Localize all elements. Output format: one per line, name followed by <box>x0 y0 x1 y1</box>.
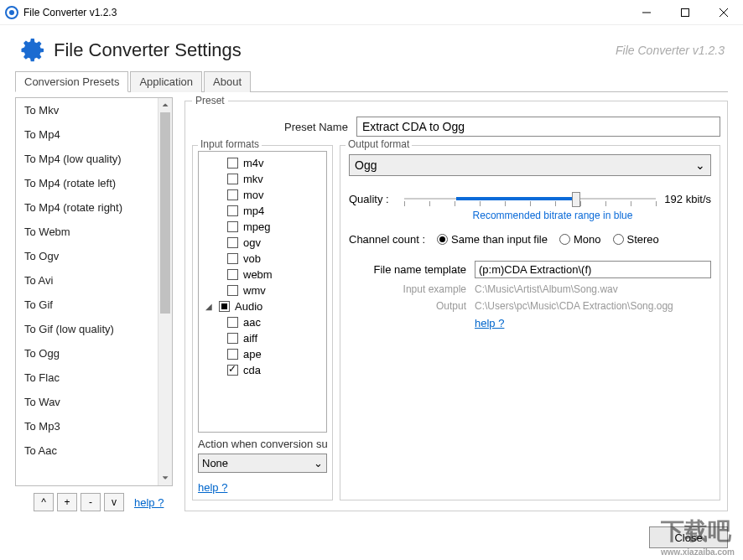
checkbox-icon[interactable] <box>227 333 238 344</box>
checkbox-icon[interactable] <box>227 158 238 169</box>
move-down-button[interactable]: v <box>104 493 124 511</box>
output-example-label: Output <box>349 300 466 312</box>
chevron-down-icon: ⌄ <box>695 158 705 172</box>
format-row[interactable]: webm <box>199 267 326 283</box>
format-row[interactable]: wmv <box>199 283 326 298</box>
slider-thumb[interactable] <box>572 192 580 207</box>
action-select[interactable]: None ⌄ <box>198 454 327 473</box>
preset-item[interactable]: To Mp3 <box>16 414 172 438</box>
svg-rect-3 <box>682 8 689 16</box>
window-title: File Converter v1.2.3 <box>23 7 627 18</box>
tab-about[interactable]: About <box>204 71 251 92</box>
format-row[interactable]: mpeg <box>199 219 326 235</box>
output-format-select[interactable]: Ogg ⌄ <box>349 154 711 176</box>
format-label: ape <box>243 348 262 360</box>
format-row[interactable]: cda <box>199 362 326 378</box>
checkbox-icon[interactable] <box>227 269 238 280</box>
chevron-down-icon: ⌄ <box>314 457 323 469</box>
output-help-link[interactable]: help ? <box>475 317 504 329</box>
preset-name-input[interactable] <box>356 117 720 137</box>
format-label: mkv <box>243 173 263 185</box>
output-format-value: Ogg <box>355 158 377 172</box>
formats-help-link[interactable]: help ? <box>198 481 227 494</box>
checkbox-mixed-icon[interactable] <box>219 301 230 312</box>
preset-help-link[interactable]: help ? <box>134 496 164 509</box>
page-title: File Converter Settings <box>54 39 616 61</box>
checkbox-icon[interactable] <box>227 174 238 184</box>
collapse-icon[interactable]: ◢ <box>205 302 214 311</box>
preset-item[interactable]: To Mkv <box>16 98 172 122</box>
radio-same-as-input[interactable]: Same than input file <box>437 233 548 246</box>
format-label: mpeg <box>243 220 271 233</box>
format-label: mp4 <box>243 205 264 217</box>
checkbox-icon[interactable] <box>227 285 238 296</box>
preset-item[interactable]: To Ogv <box>16 244 172 268</box>
channel-count-label: Channel count : <box>349 233 425 246</box>
format-row[interactable]: m4v <box>199 155 326 171</box>
output-group-label: Output format <box>346 138 412 150</box>
checkbox-icon[interactable] <box>227 253 238 264</box>
checkbox-icon[interactable] <box>227 317 238 328</box>
format-label: aac <box>243 316 261 329</box>
radio-mono[interactable]: Mono <box>559 233 601 246</box>
version-label: File Converter v1.2.3 <box>616 44 725 57</box>
format-category[interactable]: ◢Audio <box>199 298 326 314</box>
checkbox-icon[interactable] <box>227 365 238 376</box>
input-formats-label: Input formats <box>198 138 262 150</box>
format-row[interactable]: ape <box>199 346 326 362</box>
action-select-value: None <box>202 457 228 469</box>
preset-item[interactable]: To Mp4 (rotate left) <box>16 171 172 195</box>
move-up-button[interactable]: ^ <box>34 493 54 511</box>
preset-item[interactable]: To Wav <box>16 390 172 414</box>
input-example-value: C:\Music\Artist\Album\Song.wav <box>475 283 711 295</box>
preset-item[interactable]: To Avi <box>16 268 172 293</box>
minimize-button[interactable] <box>627 0 666 25</box>
preset-name-label: Preset Name <box>284 121 348 133</box>
preset-item[interactable]: To Webm <box>16 220 172 244</box>
quality-label: Quality : <box>349 193 396 205</box>
format-row[interactable]: mp4 <box>199 203 326 219</box>
format-row[interactable]: mkv <box>199 171 326 187</box>
scroll-up-icon[interactable]: ⏶ <box>158 98 172 112</box>
format-row[interactable]: mov <box>199 187 326 203</box>
preset-item[interactable]: To Mp4 <box>16 122 172 147</box>
format-label: wmv <box>243 284 266 297</box>
checkbox-icon[interactable] <box>227 205 238 216</box>
format-category-label: Audio <box>235 300 262 313</box>
checkbox-icon[interactable] <box>227 189 238 200</box>
format-label: mov <box>243 189 264 201</box>
radio-stereo[interactable]: Stereo <box>613 233 659 246</box>
tab-application[interactable]: Application <box>130 71 202 92</box>
filename-template-input[interactable] <box>475 261 711 278</box>
preset-item[interactable]: To Gif <box>16 293 172 317</box>
quality-slider[interactable] <box>404 189 656 208</box>
preset-item[interactable]: To Aac <box>16 438 172 463</box>
format-row[interactable]: aac <box>199 314 326 330</box>
format-row[interactable]: vob <box>199 251 326 267</box>
scroll-thumb[interactable] <box>160 112 170 314</box>
quality-value: 192 kbit/s <box>664 193 711 205</box>
preset-item[interactable]: To Gif (low quality) <box>16 317 172 341</box>
preset-scrollbar[interactable]: ⏶ ⏷ <box>158 98 172 485</box>
tab-conversion-presets[interactable]: Conversion Presets <box>15 71 128 92</box>
preset-item[interactable]: To Ogg <box>16 341 172 366</box>
checkbox-icon[interactable] <box>227 237 238 248</box>
format-list[interactable]: m4vmkvmovmp4mpegogvvobwebmwmv◢Audioaacai… <box>198 151 327 433</box>
input-example-label: Input example <box>349 283 466 295</box>
preset-item[interactable]: To Mp4 (low quality) <box>16 147 172 171</box>
format-label: vob <box>243 252 261 265</box>
preset-item[interactable]: To Flac <box>16 366 172 390</box>
format-row[interactable]: aiff <box>199 330 326 346</box>
preset-item[interactable]: To Mp4 (rotate right) <box>16 195 172 220</box>
scroll-down-icon[interactable]: ⏷ <box>158 471 172 485</box>
preset-list[interactable]: To MkvTo Mp4To Mp4 (low quality)To Mp4 (… <box>16 98 172 485</box>
close-window-button[interactable] <box>704 0 743 25</box>
remove-preset-button[interactable]: - <box>81 493 101 511</box>
close-button[interactable]: Close <box>649 526 728 548</box>
format-label: ogv <box>243 236 261 249</box>
checkbox-icon[interactable] <box>227 349 238 360</box>
checkbox-icon[interactable] <box>227 221 238 232</box>
format-row[interactable]: ogv <box>199 235 326 251</box>
add-preset-button[interactable]: + <box>57 493 77 511</box>
maximize-button[interactable] <box>666 0 704 25</box>
